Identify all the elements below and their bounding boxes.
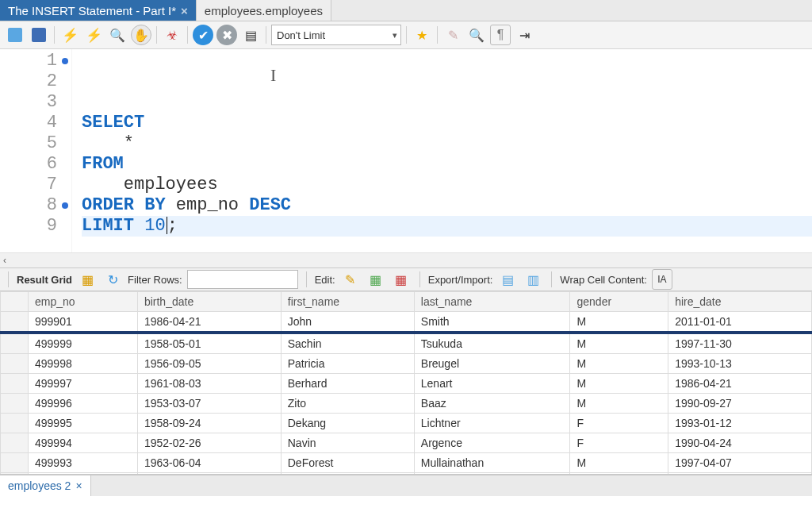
result-tab[interactable]: employees 2 × [0,475,91,496]
cell[interactable]: 999901 [29,312,138,333]
toggle-panel-icon[interactable]: ⇥ [514,25,534,45]
grid-view-icon[interactable]: ▦ [77,269,98,290]
code-line[interactable]: ORDER BY emp_no DESC [82,195,812,216]
column-header[interactable]: gender [570,292,668,312]
filter-rows-input[interactable] [187,270,298,289]
editor-code[interactable]: I SELECT *FROM employeesORDER BY emp_no … [72,49,812,252]
code-line[interactable]: LIMIT 10; [82,216,812,237]
table-row[interactable]: 4999981956-09-05PatriciaBreugelM1993-10-… [1,354,812,374]
result-grid[interactable]: emp_nobirth_datefirst_namelast_namegende… [0,291,812,475]
commit-icon[interactable]: ✔ [193,25,213,45]
cell[interactable]: F [570,414,668,433]
table-row[interactable]: 9999011986-04-21JohnSmithM2011-01-01 [1,312,812,333]
cell[interactable]: 499999 [29,333,138,354]
column-header[interactable]: birth_date [137,292,281,312]
debug-icon[interactable]: ☣ [162,25,182,45]
cell[interactable]: 1993-10-13 [668,354,812,374]
cell[interactable]: 1958-09-24 [137,414,281,433]
save-icon[interactable] [29,25,49,45]
export-icon[interactable]: ▤ [497,269,518,290]
cell[interactable]: 2011-01-01 [668,312,812,333]
cell[interactable]: Lichtner [414,414,570,433]
table-row[interactable]: 4999971961-08-03BerhardLenartM1986-04-21 [1,374,812,394]
cell[interactable]: 1990-04-24 [668,433,812,453]
cell[interactable]: 1997-04-07 [668,453,812,473]
table-row[interactable]: 4999931963-06-04DeForestMullainathanM199… [1,453,812,473]
code-line[interactable]: FROM [82,154,812,175]
explain-icon[interactable]: 🔍 [107,25,128,45]
wrap-content-icon[interactable]: IA [652,269,672,290]
rollback-icon[interactable]: ✖ [216,25,237,45]
cell[interactable]: Navin [281,433,414,453]
editor-tab[interactable]: employees.employees [197,0,331,21]
close-icon[interactable]: × [75,479,82,492]
cell[interactable]: 1986-04-21 [668,374,812,394]
code-line[interactable]: * [82,133,812,154]
table-row[interactable]: 4999991958-05-01SachinTsukudaM1997-11-30 [1,333,812,354]
column-header[interactable]: last_name [414,292,570,312]
cell[interactable]: Mullainathan [414,453,570,473]
cell[interactable]: M [570,312,668,333]
editor-tab[interactable]: The INSERT Statement - Part I*× [0,0,197,21]
delete-row-icon[interactable]: ▦ [391,269,412,290]
cell[interactable]: 1961-08-03 [137,374,281,394]
cell[interactable]: Dekang [281,414,414,433]
cell[interactable]: F [570,433,668,453]
favorite-icon[interactable]: ★ [412,25,432,45]
beautify-icon[interactable]: ✎ [442,25,463,45]
cell[interactable]: Baaz [414,394,570,414]
code-line[interactable]: employees [82,175,812,195]
column-header[interactable]: first_name [281,292,414,312]
cell[interactable]: 1952-02-26 [137,433,281,453]
table-row[interactable]: 4999961953-03-07ZitoBaazM1990-09-27 [1,394,812,414]
cell[interactable]: Breugel [414,354,570,374]
cell[interactable]: Sachin [281,333,414,354]
cell[interactable]: 1958-05-01 [137,333,281,354]
execute-icon[interactable]: ⚡ [59,25,80,45]
code-line[interactable] [82,237,812,252]
cell[interactable]: M [570,394,668,414]
cell[interactable]: 1956-09-05 [137,354,281,374]
cell[interactable]: 1997-11-30 [668,333,812,354]
cell[interactable]: Tsukuda [414,333,570,354]
edit-row-icon[interactable]: ✎ [340,269,361,290]
execute-step-icon[interactable]: ⚡ [83,25,104,45]
refresh-icon[interactable]: ↻ [102,269,123,290]
cell[interactable]: M [570,374,668,394]
cell[interactable]: 499995 [29,414,138,433]
cell[interactable]: Berhard [281,374,414,394]
cell[interactable]: Argence [414,433,570,453]
horizontal-scrollbar[interactable]: ‹ [0,252,812,267]
cell[interactable]: John [281,312,414,333]
stop-icon[interactable]: ✋ [131,25,151,45]
cell[interactable]: 499994 [29,433,138,453]
cell[interactable]: 499993 [29,453,138,473]
cell[interactable]: Zito [281,394,414,414]
show-whitespace-icon[interactable]: ¶ [490,25,511,45]
cell[interactable]: 1990-09-27 [668,394,812,414]
column-header[interactable]: emp_no [29,292,138,312]
cell[interactable]: Smith [414,312,570,333]
cell[interactable]: M [570,354,668,374]
close-icon[interactable]: × [181,4,188,17]
open-icon[interactable] [5,25,25,45]
cell[interactable]: Patricia [281,354,414,374]
cell[interactable]: 1963-06-04 [137,453,281,473]
import-icon[interactable]: ▥ [523,269,543,290]
cell[interactable]: 1993-01-12 [668,414,812,433]
cell[interactable]: 1986-04-21 [137,312,281,333]
autocommit-icon[interactable]: ▤ [240,25,261,45]
cell[interactable]: Lenart [414,374,570,394]
code-line[interactable]: SELECT [82,113,812,133]
cell[interactable]: DeForest [281,453,414,473]
table-row[interactable]: 4999941952-02-26NavinArgenceF1990-04-24 [1,433,812,453]
cell[interactable]: 499997 [29,374,138,394]
sql-editor[interactable]: 123456789 I SELECT *FROM employeesORDER … [0,49,812,252]
cell[interactable]: 1953-03-07 [137,394,281,414]
column-header[interactable]: hire_date [668,292,812,312]
cell[interactable]: 499998 [29,354,138,374]
add-row-icon[interactable]: ▦ [366,269,386,290]
cell[interactable]: 499996 [29,394,138,414]
cell[interactable]: M [570,333,668,354]
cell[interactable]: M [570,453,668,473]
